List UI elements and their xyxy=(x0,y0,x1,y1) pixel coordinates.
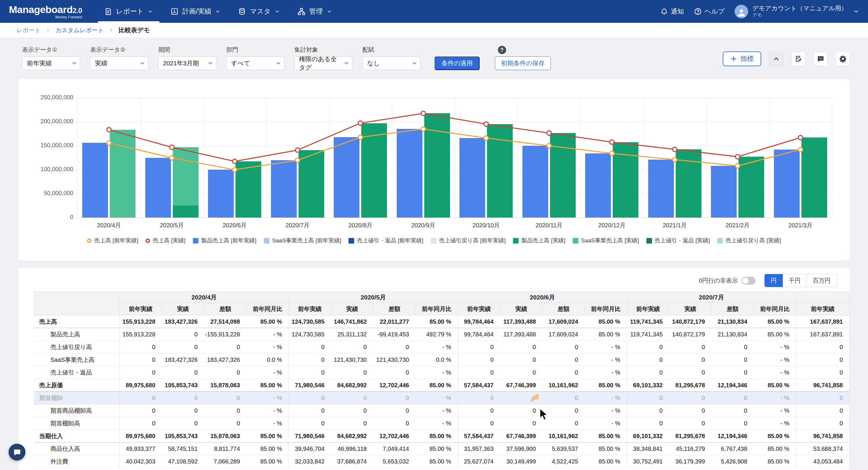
value-cell[interactable]: 155,913,228 xyxy=(120,315,162,328)
value-cell[interactable]: 25,311,132 xyxy=(331,328,373,341)
value-cell[interactable]: - % xyxy=(754,341,796,354)
value-cell[interactable]: 89,975,680 xyxy=(120,430,162,442)
value-cell[interactable]: 0 xyxy=(627,404,669,417)
value-cell[interactable]: 21,130,834 xyxy=(712,315,754,328)
account-menu[interactable]: デモアカウント（マニュアル用） デモ xyxy=(735,4,859,18)
value-cell[interactable]: 0 xyxy=(458,354,500,366)
value-cell[interactable]: 45,116,279 xyxy=(669,442,712,455)
value-cell[interactable]: 0 xyxy=(627,341,669,354)
value-cell[interactable]: 85.00 % xyxy=(585,430,627,442)
nav-item-3[interactable]: 管理 xyxy=(289,0,341,23)
value-cell[interactable]: 0 xyxy=(712,354,754,366)
value-cell[interactable]: 12,702,446 xyxy=(373,379,416,392)
value-cell[interactable]: - % xyxy=(416,404,458,417)
value-cell[interactable]: 0 xyxy=(373,417,416,430)
value-cell[interactable]: 105,853,743 xyxy=(162,379,204,392)
unit-button-1[interactable]: 千円 xyxy=(783,274,807,287)
value-cell[interactable]: 0.0 % xyxy=(416,354,458,366)
value-cell[interactable]: - % xyxy=(754,354,796,366)
value-cell[interactable]: 183,427,326 xyxy=(162,354,204,366)
value-cell[interactable]: 71,980,546 xyxy=(289,430,331,442)
value-cell[interactable]: 5,653,032 xyxy=(373,455,416,468)
value-cell[interactable]: 0 xyxy=(627,392,669,404)
value-cell[interactable]: 0 xyxy=(120,417,162,430)
row-label[interactable]: 外注費 xyxy=(34,455,120,468)
value-cell[interactable]: 0 xyxy=(542,354,585,366)
value-cell[interactable]: 84,682,992 xyxy=(331,430,373,442)
legend-item-7[interactable]: SaaS事業売上高 [実績] xyxy=(573,237,639,244)
value-cell[interactable]: 57,584,437 xyxy=(458,379,500,392)
value-cell[interactable]: - % xyxy=(585,341,627,354)
value-cell[interactable]: 140,872,179 xyxy=(669,328,712,341)
value-cell[interactable]: 8,811,774 xyxy=(204,442,246,455)
value-cell[interactable]: 0 xyxy=(542,341,585,354)
value-cell[interactable]: - % xyxy=(754,392,796,404)
value-cell[interactable]: 492.79 % xyxy=(416,328,458,341)
value-cell[interactable]: 12,194,346 xyxy=(712,430,754,442)
value-cell[interactable]: 146,741,862 xyxy=(331,315,373,328)
value-cell[interactable]: 69,101,332 xyxy=(627,379,669,392)
value-cell[interactable]: - % xyxy=(585,366,627,379)
value-cell[interactable]: 0 xyxy=(458,404,500,417)
value-cell[interactable]: 71,980,546 xyxy=(289,379,331,392)
chat-launcher[interactable] xyxy=(8,444,26,461)
filter-select-0[interactable]: 前年実績 xyxy=(22,57,80,70)
value-cell[interactable]: 0 xyxy=(669,404,712,417)
legend-item-9[interactable]: 売上値引戻り高 [実績] xyxy=(717,237,781,244)
value-cell[interactable]: 121,430,730 xyxy=(373,354,416,366)
legend-item-1[interactable]: 売上高 [実績] xyxy=(146,237,185,244)
value-cell[interactable]: 0 xyxy=(796,417,850,430)
value-cell[interactable]: 89,975,680 xyxy=(120,379,162,392)
row-label[interactable]: 売上原価 xyxy=(34,379,120,392)
value-cell[interactable]: 0 xyxy=(542,392,585,404)
value-cell[interactable]: 0 xyxy=(162,341,204,354)
value-cell[interactable]: 167,637,891 xyxy=(796,328,850,341)
value-cell[interactable]: 0 xyxy=(627,366,669,379)
value-cell[interactable]: - % xyxy=(416,341,458,354)
value-cell[interactable]: 0 xyxy=(542,366,585,379)
value-cell[interactable]: 0 xyxy=(458,392,500,404)
value-cell[interactable]: 0 xyxy=(289,404,331,417)
value-cell[interactable]: 0 xyxy=(289,366,331,379)
legend-item-6[interactable]: 製品売上高 [実績] xyxy=(513,237,565,244)
value-cell[interactable]: 40,042,303 xyxy=(120,455,162,468)
value-cell[interactable]: 85.00 % xyxy=(754,455,796,468)
value-cell[interactable]: 119,741,345 xyxy=(627,328,669,341)
hide-zero-rows-toggle[interactable] xyxy=(741,277,755,285)
help-tooltip-badge[interactable]: ? xyxy=(498,46,506,54)
value-cell[interactable]: 38,348,841 xyxy=(627,442,669,455)
value-cell[interactable]: 124,730,585 xyxy=(289,328,331,341)
value-cell[interactable]: 183,427,326 xyxy=(204,354,246,366)
value-cell[interactable]: 85.00 % xyxy=(246,379,289,392)
value-cell[interactable]: 167,637,891 xyxy=(796,315,850,328)
value-cell[interactable]: 81,295,678 xyxy=(669,379,712,392)
value-cell[interactable]: 0 xyxy=(162,392,204,404)
value-cell[interactable]: - % xyxy=(246,417,289,430)
value-cell[interactable]: 0 xyxy=(627,417,669,430)
value-cell[interactable]: 85.00 % xyxy=(585,442,627,455)
nav-item-2[interactable]: マスタ xyxy=(229,0,289,23)
row-label[interactable]: 期首棚卸 xyxy=(34,392,120,404)
value-cell[interactable]: - % xyxy=(246,404,289,417)
value-cell[interactable]: 0 xyxy=(162,404,204,417)
value-cell[interactable]: 69,101,332 xyxy=(627,430,669,442)
value-cell[interactable]: 0 xyxy=(712,404,754,417)
value-cell[interactable]: 0 xyxy=(669,392,712,404)
value-cell[interactable]: 0 xyxy=(669,417,712,430)
value-cell[interactable]: 10,161,962 xyxy=(542,430,585,442)
value-cell[interactable]: 85.00 % xyxy=(246,315,289,328)
value-cell[interactable]: 0 xyxy=(162,328,204,341)
value-cell[interactable]: - % xyxy=(246,392,289,404)
value-cell[interactable]: 0 xyxy=(120,354,162,366)
filter-select-3[interactable]: すべて xyxy=(226,57,284,70)
row-label[interactable]: 商品仕入高 xyxy=(34,442,120,455)
value-cell[interactable]: 49,933,377 xyxy=(120,442,162,455)
help-button[interactable]: ヘルプ xyxy=(694,7,725,16)
value-cell[interactable]: 0 xyxy=(669,366,712,379)
value-cell[interactable]: - % xyxy=(585,404,627,417)
value-cell[interactable]: 0 xyxy=(204,404,246,417)
value-cell[interactable]: 85.00 % xyxy=(585,379,627,392)
value-cell[interactable]: 0 xyxy=(120,392,162,404)
value-cell[interactable]: 30,149,499 xyxy=(500,455,542,468)
value-cell[interactable]: 57,584,437 xyxy=(458,430,500,442)
